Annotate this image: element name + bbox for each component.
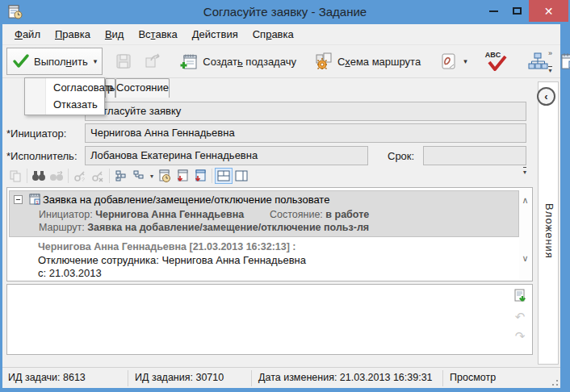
thread-toolbar: ? ▾ [6, 165, 533, 186]
chevrons-right-icon: » [548, 49, 552, 57]
attachments-dropdown-arrow[interactable]: ▾ [463, 57, 467, 65]
execute-label: Выполнить [34, 56, 88, 68]
maximize-button[interactable] [505, 0, 528, 22]
copy-icon[interactable] [6, 168, 24, 184]
svg-text:?: ? [82, 177, 85, 182]
spellcheck-button[interactable]: ABC [480, 48, 515, 75]
save-button[interactable] [109, 48, 138, 75]
insert-template-icon[interactable] [512, 288, 528, 304]
find-next-icon[interactable] [48, 168, 65, 184]
sort-down-icon[interactable] [174, 168, 191, 184]
message-author-timestamp: Чернигова Анна Геннадьевна [21.03.2013 1… [38, 241, 296, 252]
tab-state[interactable]: Состояние [115, 78, 170, 98]
view-split-icon[interactable] [215, 168, 233, 184]
redo-icon[interactable]: ↷ [512, 328, 528, 344]
executor-label: *Исполнитель: [6, 150, 78, 162]
collapse-tree-icon[interactable] [130, 168, 148, 184]
green-check-icon [12, 53, 30, 69]
content-area: р Состояние Согласуйте заявку *Инициатор… [2, 78, 560, 367]
thread-toolbar-overflow[interactable]: ▾ [523, 167, 526, 176]
status-mode: Просмотр [450, 372, 496, 383]
status-task-id: ИД задачи: 8613 [8, 372, 86, 383]
menu-view[interactable]: Вид [98, 26, 132, 43]
main-toolbar: Выполнить ▾ [2, 45, 560, 78]
toolbar-options-arrow-icon: ▾ [548, 66, 551, 74]
calendar-icon: 1 [560, 52, 570, 71]
menu-help[interactable]: Справка [245, 26, 301, 43]
subject-field[interactable]: Согласуйте заявку [85, 102, 526, 121]
executor-field[interactable]: Лобанова Екатерина Геннадьевна [85, 146, 368, 165]
execute-button[interactable]: Выполнить ▾ [6, 48, 103, 75]
attachments-panel-label: Вложения [543, 203, 555, 259]
close-button[interactable]: ✕ [529, 0, 568, 22]
collapse-minus-icon[interactable] [14, 195, 23, 204]
expand-panel-chevron-button[interactable]: ‹ [537, 87, 555, 106]
subtask-notepad-plus-icon [179, 52, 199, 70]
expand-tree-icon[interactable] [112, 168, 130, 184]
menu-insert[interactable]: Вставка [131, 26, 184, 43]
send-button[interactable] [138, 48, 167, 75]
deadline-label: Срок: [388, 150, 414, 162]
key-reject-icon[interactable] [89, 168, 107, 184]
abc-spellcheck-icon: ABC [485, 51, 509, 72]
task-window: Согласуйте заявку - Задание ✕ Файл Правк… [0, 0, 570, 392]
status-modified-date: Дата изменения: 21.03.2013 16:39:31 [258, 372, 433, 383]
scroll-up-icon[interactable]: ∧ [520, 195, 530, 206]
task-item-icon: 1 [28, 193, 41, 206]
deadline-field[interactable] [423, 146, 526, 165]
attachments-panel-body: Вложения [538, 81, 559, 365]
show-time-icon[interactable] [156, 168, 174, 184]
key-question-icon[interactable]: ? [71, 168, 89, 184]
view-right-icon[interactable] [233, 168, 250, 184]
minimize-button[interactable] [482, 0, 505, 22]
create-subtask-label: Создать подзадачу [203, 56, 296, 68]
task-title: Заявка на добавление/замещение/отключени… [43, 194, 329, 206]
message-line-2: с: 21.03.2013 [38, 267, 102, 279]
task-state: Состояние: в работе [270, 209, 369, 220]
find-binoculars-icon[interactable] [30, 168, 48, 184]
create-subtask-button[interactable]: Создать подзадачу [174, 48, 302, 75]
send-arrow-icon [144, 53, 161, 69]
tree-options-arrow-icon[interactable]: ▾ [148, 168, 156, 184]
task-route: Маршрут: Заявка на добавление/замещение/… [39, 222, 369, 233]
toolbar-overflow-button[interactable]: » ▾ [543, 47, 557, 77]
reply-text-area[interactable]: ↶ ↷ [6, 284, 533, 355]
thread-scrollbar[interactable]: ∧ ∨ [519, 189, 531, 280]
paperclip-icon [438, 52, 458, 71]
attachments-button[interactable]: ▾ [433, 48, 473, 75]
menu-item-reject[interactable]: Отказать [25, 96, 104, 114]
menu-actions[interactable]: Действия [185, 26, 245, 43]
status-assignment-id: ИД задания: 30710 [135, 372, 224, 383]
message-line-1: Отключение сотрудника: Чернигова Анна Ге… [38, 254, 306, 266]
floppy-icon [115, 53, 132, 69]
route-schema-button[interactable]: Схема маршрута [308, 48, 426, 75]
resize-grip[interactable] [551, 378, 559, 386]
task-thread-box: 1 Заявка на добавление/замещение/отключе… [6, 187, 533, 281]
task-initiator: Инициатор: Чернигова Анна Геннадьевна [39, 209, 244, 220]
menubar: Файл Правка Вид Вставка Действия Справка [2, 24, 560, 45]
scroll-down-icon[interactable]: ∨ [520, 253, 530, 264]
route-gear-icon [314, 52, 333, 70]
initiator-label: *Инициатор: [6, 127, 66, 140]
task-header-row[interactable]: 1 Заявка на добавление/замещение/отключе… [9, 190, 519, 237]
initiator-field[interactable]: Чернигова Анна Геннадьевна [85, 123, 526, 143]
execute-dropdown-menu: Согласовать Отказать [24, 77, 105, 115]
menu-edit[interactable]: Правка [48, 26, 98, 43]
menu-item-approve[interactable]: Согласовать [25, 79, 104, 97]
titlebar: Согласуйте заявку - Задание ✕ [0, 0, 570, 24]
execute-dropdown-arrow[interactable]: ▾ [94, 57, 98, 65]
undo-icon[interactable]: ↶ [512, 309, 528, 325]
route-schema-label: Схема маршрута [337, 56, 421, 68]
sort-down-alt-icon[interactable] [191, 168, 209, 184]
menu-file[interactable]: Файл [7, 26, 48, 43]
statusbar: ИД задачи: 8613 ИД задания: 30710 Дата и… [2, 367, 560, 388]
attachments-panel: Вложения ‹ [535, 78, 560, 367]
